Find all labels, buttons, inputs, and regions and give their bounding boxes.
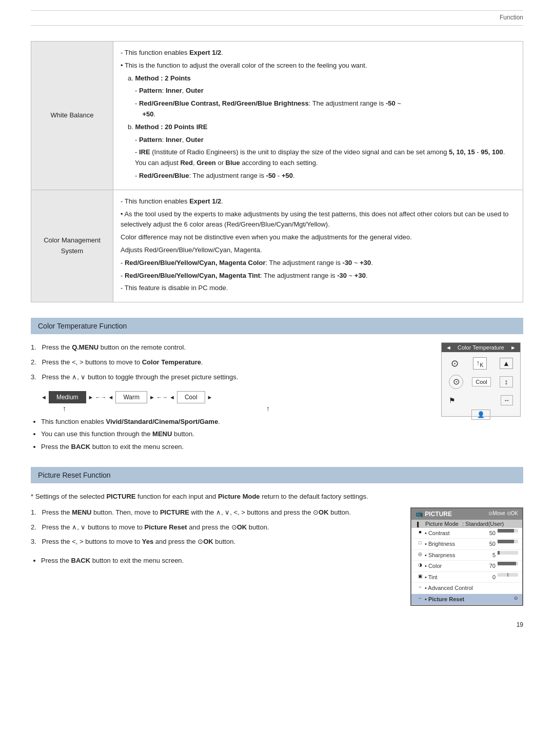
- pm-advanced-row: – • Advanced Control: [411, 583, 522, 594]
- ct-icon-right: ↕: [500, 376, 513, 387]
- pr-bullets: Press the BACK button to exit the menu s…: [41, 556, 395, 566]
- temp-option-medium[interactable]: Medium: [49, 391, 86, 403]
- white-balance-label: White Balance: [31, 42, 113, 190]
- pm-mode-row: ▐ Picture Mode : Standard(User): [411, 520, 522, 528]
- pr-step-2: 2. Press the ∧, ∨ buttons to move to Pic…: [31, 522, 395, 533]
- step-2: 2. Press the <, > buttons to move to Col…: [31, 357, 421, 368]
- picture-reset-section-header: Picture Reset Function: [31, 467, 523, 483]
- picture-reset-content: 1. Press the MENU button. Then, move to …: [31, 507, 523, 606]
- pm-picture-reset-row: – • Picture Reset ⊙: [411, 594, 522, 605]
- ct-icon-exchange: ↔: [501, 395, 513, 405]
- pr-step-1: 1. Press the MENU button. Then, move to …: [31, 507, 395, 518]
- bullet-2: You can use this function through the ME…: [41, 429, 421, 440]
- temp-left-arrow: ◄: [41, 394, 47, 400]
- temp-arrow-up-right: ↑: [266, 404, 270, 413]
- temp-right-arrow: ►: [207, 394, 213, 400]
- ct-diagram-header: ◄ Color Temperature ►: [442, 343, 520, 352]
- temp-arrow-up-left: ↑: [63, 404, 66, 413]
- color-management-label: Color ManagementSystem: [31, 190, 113, 302]
- ct-person-icon: 👤: [471, 410, 490, 420]
- picture-menu-diagram: 📺 PICTURE ⊙Move ⊙OK ▐ Picture Mode : Sta…: [410, 507, 523, 606]
- temp-arrow-1: ► ←→ ◄: [88, 394, 114, 400]
- step-3: 3. Press the ∧, ∨ button to toggle throu…: [31, 372, 421, 383]
- ct-bottom-row: ⚑ ↔: [445, 393, 517, 407]
- color-temp-diagram: ◄ Color Temperature ► ⊙ ↑K ▲ ⊙ Cool ↕: [441, 342, 523, 457]
- bullet-3: Press the BACK button to exit the menu s…: [41, 442, 421, 453]
- pr-step-3: 3. Press the <, > buttons to move to Yes…: [31, 537, 395, 547]
- ct-top-row: ⊙ ↑K ▲: [445, 355, 517, 372]
- ct-bottom-icon: 👤: [445, 410, 517, 420]
- ct-icon-k: ↑K: [473, 357, 487, 370]
- pm-contrast-row: ■ • Contrast 50: [411, 528, 522, 539]
- white-balance-content: - This function enables Expert 1/2. • Th…: [113, 42, 523, 190]
- page-number: 19: [31, 621, 523, 628]
- temp-option-cool[interactable]: Cool: [177, 391, 205, 403]
- ct-cool-label: Cool: [472, 377, 491, 386]
- ct-icon-settings: ⊙: [449, 358, 460, 369]
- temp-selector: ◄ Medium ► ←→ ◄ Warm ► ←→ ◄ Cool ► ↑ ↑: [41, 391, 421, 413]
- pm-brightness-row: □ • Brightness 50: [411, 539, 522, 550]
- pm-sharpness-row: ◎ • Sharpness 5: [411, 550, 522, 561]
- ct-icon-flag: ⚑: [449, 396, 456, 404]
- temp-arrow-2: ► ←→ ◄: [149, 394, 175, 400]
- color-temp-bullets: This function enables Vivid/Standard/Cin…: [41, 417, 421, 453]
- picture-reset-section: Picture Reset Function * Settings of the…: [31, 467, 523, 606]
- color-management-content: - This function enables Expert 1/2. • As…: [113, 190, 523, 302]
- color-temp-section-header: Color Temperature Function: [31, 318, 523, 334]
- pm-color-row: ◑ • Color 70: [411, 561, 522, 572]
- ct-icon-triangle: ▲: [500, 358, 513, 369]
- color-temp-content: 1. Press the Q.MENU button on the remote…: [31, 342, 523, 457]
- page-header: Function: [31, 14, 523, 26]
- ct-icon-circle-dot: ⊙: [449, 375, 463, 389]
- step-1: 1. Press the Q.MENU button on the remote…: [31, 342, 421, 353]
- bullet-1: This function enables Vivid/Standard/Cin…: [41, 417, 421, 427]
- picture-reset-steps: 1. Press the MENU button. Then, move to …: [31, 507, 395, 606]
- color-temp-steps: 1. Press the Q.MENU button on the remote…: [31, 342, 421, 457]
- pr-bullet-back: Press the BACK button to exit the menu s…: [41, 556, 395, 566]
- pm-tint-row: ▣ • Tint 0: [411, 572, 522, 583]
- ct-middle-row: ⊙ Cool ↕: [445, 374, 517, 390]
- ct-diagram-box: ◄ Color Temperature ► ⊙ ↑K ▲ ⊙ Cool ↕: [441, 342, 521, 417]
- info-table: White Balance - This function enables Ex…: [31, 41, 523, 302]
- temp-option-warm[interactable]: Warm: [115, 391, 147, 403]
- picture-reset-note: * Settings of the selected PICTURE funct…: [31, 492, 523, 502]
- ct-diagram-body: ⊙ ↑K ▲ ⊙ Cool ↕ ⚑ ↔ 👤: [442, 352, 520, 414]
- pm-header: 📺 PICTURE ⊙Move ⊙OK: [411, 508, 522, 520]
